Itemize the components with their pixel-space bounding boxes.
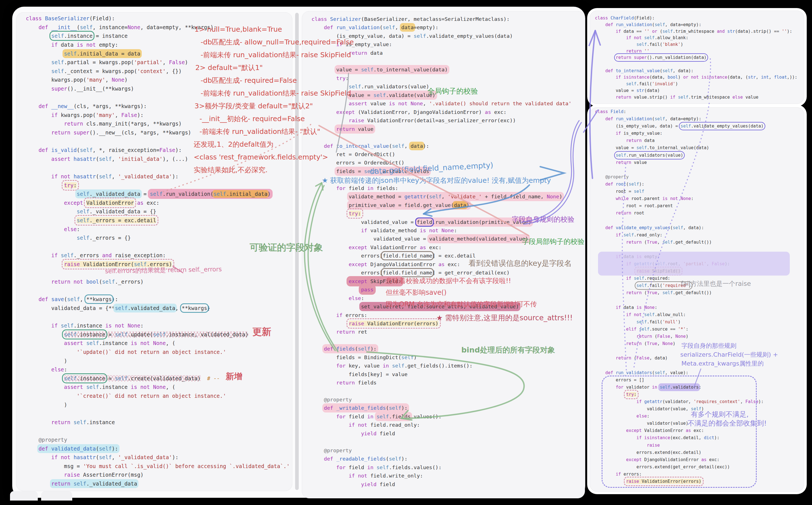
code-line: def validated_data(self): [26,445,118,453]
code-line: while root.parent is not None: [595,195,694,202]
code-line: @property [595,173,629,181]
code-decoration: self._errors = exc.detail [77,217,156,223]
annotation-note: 实验结果如此,不必深究. [194,166,268,174]
code-decoration: **kwargs [86,296,112,302]
code-line: assert hasattr(self, 'initial_data'), (.… [26,155,188,164]
code-line: else: [311,294,364,303]
code-line: if self._errors and raise_exception: [26,251,166,260]
code-line: def run_validation(self, data=empty): [595,22,701,28]
code-line: except ValidationError as exc: [26,199,159,207]
annotation-note: 全局钩子的校验 [427,87,478,96]
annotation-note: 3>额外字段/类变量 default="默认2" [194,102,313,110]
code-line: fields = BindingDict(self) [311,353,417,362]
code-line: return not bool(self._errors) [26,278,143,286]
code-decoration: primitive_value = field.get_value(data) [349,202,469,208]
code-line: pass [311,286,374,294]
code-line: if self.instance is not None: [26,321,143,330]
code-line: def save(self, **kwargs): [26,295,118,304]
code-decoration: validate_method = getattr(self, 'validat… [349,194,562,199]
code-decoration: self._validated_data [77,191,140,197]
code-line: try: [311,74,349,82]
code-line: for field in self.fields.values(): [311,412,441,421]
code-line: self._errors = exc.detail [26,216,156,225]
card-stack-stub [41,491,72,501]
code-decoration: self.instance = self.create(validated_da… [64,375,200,381]
code-line: self.run_validators(value) [595,152,683,159]
code-line: primitive_value = field.get_value(data) [311,201,469,209]
code-decoration: pass [361,287,374,293]
code-line: def _readable_fields(self): [311,455,407,463]
code-line: yield field [311,430,395,438]
run-validators-dashed-box [601,375,757,488]
code-line: (is_empty_value, data) = self.validate_e… [595,123,764,130]
annotation-note: bind处理后的所有字段对象 [461,346,555,354]
code-decoration: def fields(self): [324,346,377,352]
code-line: self.initial_data = data [26,49,140,58]
code-decoration: self.initial_data = data [64,50,140,57]
annotation-note: -__init__初始化- required=False [199,115,305,123]
code-line: return data [595,137,655,144]
code-line: return ret [311,328,367,336]
annotation-note: -db匹配生成- allow_null=True,required=False [200,38,354,46]
code-decoration: self.validate_empty_values(data) [681,124,764,129]
code-line: @property [311,447,352,455]
code-line: def run_validators(self, value): [595,369,688,376]
code-line: return (False, None) [595,333,688,340]
code-line: return value [311,125,374,133]
code-line: if not self.allow_null: [595,311,686,318]
code-line: def _writable_fields(self): [311,404,407,412]
code-line: if not field.read_only: [311,421,420,429]
annotation-note: 字段自身的那些规则 [681,342,736,349]
annotation-note: -前端未传 run_validation结果- raise SkipField [200,90,351,98]
code-line: if isinstance(data, bool) or not isinsta… [595,74,797,81]
code-decoration: try: [64,182,77,188]
code-line: return (False, data) [595,354,668,362]
code-decoration: value = self.validate(value) [349,92,435,98]
code-line: for field in fields: [311,184,398,192]
code-line: assert value is not None, '.validate() s… [311,100,572,108]
code-decoration: self.run_validation(self.initial_data) [150,191,271,197]
code-line: msg = 'You must call `.is_valid()` befor… [26,462,290,471]
code-line: class BaseSerializer(Field): [26,14,115,23]
code-decoration: try: [349,210,361,216]
code-line: elif self.source == '*': [595,326,688,333]
code-line: @property [26,436,67,445]
code-panel-charfield: class CharField(Field): def run_validati… [590,11,804,104]
annotation-note: -前端未传 run_validation结果- "默认" [199,128,320,136]
code-line: def to_internal_value(self, data): [595,68,694,74]
code-line: def run_validation(self, data=empty): [595,115,701,123]
code-decoration: data [454,202,466,208]
code-decoration: data [401,24,414,30]
code-line: except DjangoValidationError as exc: [311,260,460,269]
code-line: if not hasattr(self, '_validated_data'): [26,453,178,462]
code-decoration: self.instance [51,33,93,39]
code-line: return value.strip() if self.trim_whites… [595,94,758,101]
code-line: fields[key] = value [311,370,407,379]
code-line: if validate_method is not None: [311,226,457,235]
code-line: def to_internal_value(self, data): [311,142,429,150]
annotation-note: 意味着校验成功的数据中不会有该字段啦!! [386,277,511,285]
code-decoration: self.fields [377,413,411,419]
annotation-note: 新增 [226,372,242,381]
annotation-note: 有多个规则不满足, [691,410,749,418]
code-line: self.instance = self.create(validated_da… [26,374,223,383]
code-line: else: [26,365,67,374]
code-line: return super().__new__(cls, *args, **kwa… [26,128,191,137]
code-decoration: return value [336,126,374,132]
code-line: for field in self.fields.values(): [311,463,441,472]
code-decoration: ValidationError [86,200,134,206]
code-line: return self.instance [26,418,115,427]
code-decoration: raise ValidationError(self.errors) [64,261,172,267]
code-line: if not field.write_only: [311,472,423,480]
code-decoration: field [417,219,432,225]
code-line: self._errors = {} [26,233,131,242]
code-line: return '' [595,48,650,55]
annotation-note: ★ 获取前端传递的json串中key为字段名对应的value! 没有,赋值为em… [322,177,551,185]
code-decoration: self.instance [64,375,105,381]
code-line: validated_value = field.run_validation(p… [311,218,531,226]
code-line: return root [595,209,644,217]
code-line: try: [311,209,361,218]
annotation-note: 不满足的都会全部收集到! [687,419,767,428]
code-line: if self.required: [595,275,670,282]
code-line: self._validated_data = self.run_validati… [26,190,271,199]
